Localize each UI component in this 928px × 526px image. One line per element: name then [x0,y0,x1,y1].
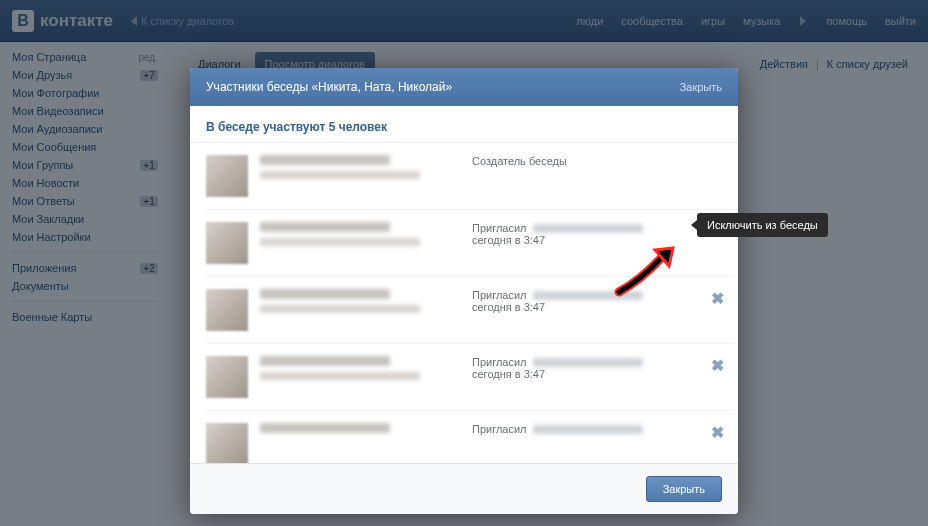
modal-title: Участники беседы «Никита, Ната, Николай» [206,80,452,94]
avatar[interactable] [206,222,248,264]
participant-info: Пригласил сегодня в 3:47 [472,289,699,313]
participant-name-blurred[interactable] [260,423,390,433]
participant-name-col [260,289,460,319]
participant-meta-blurred [260,372,420,380]
participant-name-blurred[interactable] [260,356,390,366]
modal-subtitle: В беседе участвуют 5 человек [190,106,738,143]
inviter-name-blurred[interactable] [533,425,643,434]
participants-modal: Участники беседы «Никита, Ната, Николай»… [190,68,738,514]
avatar[interactable] [206,155,248,197]
avatar[interactable] [206,356,248,398]
participant-row: Создатель беседы [206,143,734,210]
participant-name-col [260,423,460,439]
participant-role: Создатель беседы [472,155,734,167]
remove-tooltip: Исключить из беседы [697,213,828,237]
avatar[interactable] [206,289,248,331]
remove-participant-button[interactable]: ✖ [711,356,724,375]
remove-participant-button[interactable]: ✖ [711,423,724,442]
modal-overlay: Участники беседы «Никита, Ната, Николай»… [0,0,928,526]
participant-name-col [260,155,460,185]
invited-by-label: Пригласил [472,222,527,234]
participants-list[interactable]: Создатель беседы Пригласил сегодня в 3:4… [190,143,738,463]
invited-by-label: Пригласил [472,423,527,435]
inviter-name-blurred[interactable] [533,358,643,367]
invited-time: сегодня в 3:47 [472,234,699,246]
participant-meta-blurred [260,238,420,246]
participant-info: Пригласил сегодня в 3:47 [472,356,699,380]
participant-name-blurred[interactable] [260,289,390,299]
participant-name-blurred[interactable] [260,155,390,165]
invited-by-label: Пригласил [472,356,527,368]
invited-by-label: Пригласил [472,289,527,301]
participant-info: Пригласил сегодня в 3:47 [472,222,699,246]
participant-name-blurred[interactable] [260,222,390,232]
remove-participant-button[interactable]: ✖ [711,289,724,308]
modal-header: Участники беседы «Никита, Ната, Николай»… [190,68,738,106]
modal-close-link[interactable]: Закрыть [680,81,722,93]
participant-row: Пригласил сегодня в 3:47 ✖ [206,210,734,277]
participant-meta-blurred [260,305,420,313]
participant-row: Пригласил сегодня в 3:47 ✖ [206,277,734,344]
participant-row: Пригласил ✖ [206,411,734,463]
inviter-name-blurred[interactable] [533,291,643,300]
participant-name-col [260,356,460,386]
modal-footer: Закрыть [190,463,738,514]
avatar[interactable] [206,423,248,463]
close-button[interactable]: Закрыть [646,476,722,502]
invited-time: сегодня в 3:47 [472,301,699,313]
participant-row: Пригласил сегодня в 3:47 ✖ [206,344,734,411]
participant-name-col [260,222,460,252]
participant-meta-blurred [260,171,420,179]
inviter-name-blurred[interactable] [533,224,643,233]
participant-info: Пригласил [472,423,699,435]
invited-time: сегодня в 3:47 [472,368,699,380]
